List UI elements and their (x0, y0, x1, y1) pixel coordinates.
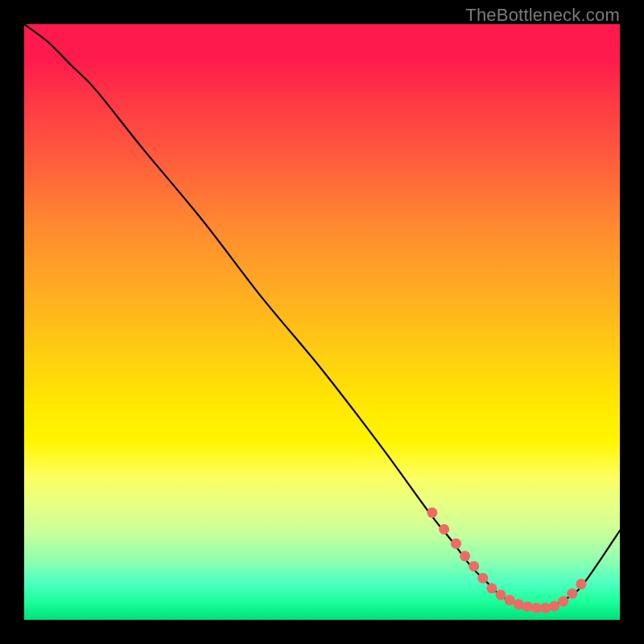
source-credit: TheBottleneck.com (465, 5, 620, 26)
data-point (486, 583, 497, 593)
data-point (558, 597, 568, 607)
data-point (522, 601, 533, 612)
chart-svg (0, 0, 644, 644)
data-point (567, 588, 577, 599)
data-point (576, 579, 586, 589)
data-point (531, 603, 542, 613)
data-point (540, 603, 551, 613)
data-point (477, 573, 488, 584)
curve-path (24, 24, 620, 609)
chart-frame: TheBottleneck.com (0, 0, 644, 644)
data-point (469, 561, 479, 572)
bottleneck-curve (24, 24, 620, 609)
data-point (439, 524, 449, 535)
data-point (427, 507, 437, 518)
data-point (514, 599, 524, 609)
data-point (496, 589, 506, 600)
data-point (505, 595, 515, 605)
data-point (451, 539, 461, 549)
data-point (549, 601, 559, 612)
data-point-markers (427, 507, 586, 613)
data-point (460, 551, 470, 561)
